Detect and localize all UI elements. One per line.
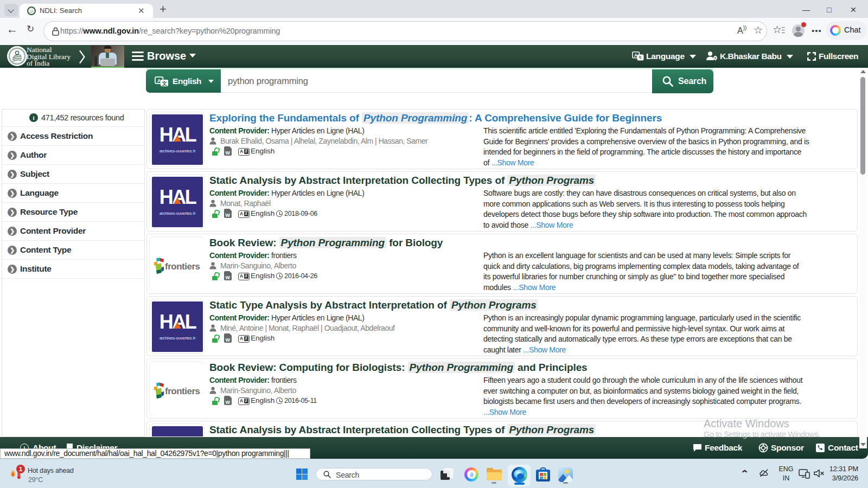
svg-text:⺀: ⺀ <box>638 55 643 60</box>
svg-text:A: A <box>157 78 161 84</box>
svg-text:文: 文 <box>162 80 167 86</box>
